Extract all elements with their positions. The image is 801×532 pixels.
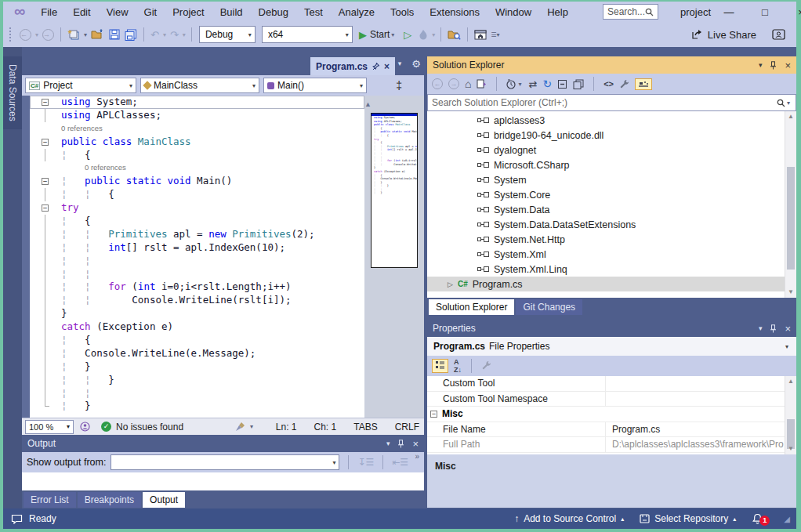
- toolbar-overflow-button[interactable]: ☰▾: [491, 31, 499, 38]
- search-options-dropdown-icon[interactable]: ▾: [787, 100, 790, 107]
- code-text[interactable]: ¦ ¦ for (int i=0;i<rslt.Length;i++): [55, 280, 292, 294]
- start-without-debugging-button[interactable]: ▷: [404, 29, 411, 41]
- tree-item[interactable]: bridge190-64_unicode.dll: [427, 128, 785, 143]
- navigate-backward-dropdown[interactable]: ▾: [35, 31, 38, 38]
- code-line[interactable]: ¦ }: [30, 400, 364, 413]
- output-panel-titlebar[interactable]: Output ▾ ×: [22, 435, 424, 452]
- document-tab-program-cs[interactable]: Program.cs ×: [310, 57, 395, 75]
- tree-item[interactable]: Microsoft.CSharp: [427, 157, 785, 172]
- menu-test[interactable]: Test: [296, 6, 331, 18]
- code-text[interactable]: }: [55, 307, 67, 320]
- tree-item[interactable]: dyalognet: [427, 143, 785, 157]
- menu-window[interactable]: Window: [487, 6, 539, 18]
- toolbar-drag-handle[interactable]: [9, 27, 13, 42]
- panel-tab-error-list[interactable]: Error List: [24, 492, 76, 508]
- property-row[interactable]: Full PathD:\aplclasses\aplclasses3\frame…: [427, 437, 785, 453]
- solution-configuration-select[interactable]: Debug ▾: [199, 26, 256, 43]
- menu-file[interactable]: File: [33, 6, 65, 18]
- minimap[interactable]: using System;using APLClasses;public cla…: [371, 113, 418, 268]
- scroll-up-arrow-icon[interactable]: ▲: [785, 376, 796, 387]
- refresh-button[interactable]: ↻: [542, 78, 552, 90]
- panel-tab-output[interactable]: Output: [143, 492, 185, 508]
- code-line[interactable]: catch (Exception e): [30, 320, 364, 334]
- code-text[interactable]: ¦ {: [55, 215, 91, 228]
- tree-item[interactable]: System: [427, 172, 785, 187]
- scroll-up-arrow-icon[interactable]: ▲: [785, 111, 796, 122]
- navigate-forward-button[interactable]: →: [42, 29, 54, 41]
- preview-selected-items-button[interactable]: [573, 79, 584, 89]
- close-tab-icon[interactable]: ×: [384, 61, 390, 72]
- select-repository-button[interactable]: Select Repository ▴: [640, 513, 736, 524]
- code-line[interactable]: 0 references: [30, 122, 364, 136]
- code-cleanup-button[interactable]: ▾: [235, 422, 255, 432]
- add-to-source-control-button[interactable]: ↑ Add to Source Control ▴: [514, 513, 624, 524]
- code-text[interactable]: ¦ ¦ {: [55, 188, 114, 201]
- solution-explorer-titlebar[interactable]: Solution Explorer ▾ ×: [427, 56, 796, 74]
- properties-titlebar[interactable]: Properties ▾ ×: [427, 320, 796, 337]
- property-value[interactable]: Program.cs: [606, 424, 785, 435]
- outline-margin[interactable]: −: [30, 136, 55, 149]
- collapse-region-icon[interactable]: −: [42, 139, 49, 146]
- close-icon[interactable]: ×: [785, 323, 791, 335]
- column-indicator[interactable]: Ch: 1: [314, 422, 337, 432]
- live-share-session-icon[interactable]: [80, 422, 90, 432]
- output-source-select[interactable]: ▾: [111, 454, 339, 470]
- code-line[interactable]: ¦ {: [30, 215, 364, 228]
- code-line[interactable]: −public class MainClass: [30, 136, 364, 149]
- property-row[interactable]: File NameProgram.cs: [427, 422, 785, 438]
- feedback-person-icon[interactable]: [772, 29, 785, 40]
- menu-analyze[interactable]: Analyze: [331, 6, 382, 18]
- undo-dropdown[interactable]: ▾: [163, 31, 166, 38]
- grid-scrollbar[interactable]: ▲ ▼: [785, 376, 796, 454]
- forward-button[interactable]: →: [448, 78, 459, 89]
- pin-icon[interactable]: [770, 324, 777, 333]
- collapse-region-icon[interactable]: −: [42, 99, 49, 106]
- open-file-button[interactable]: [91, 29, 104, 40]
- tree-item[interactable]: System.Data: [427, 202, 785, 217]
- code-line[interactable]: ¦ ¦: [30, 255, 364, 268]
- code-text[interactable]: catch (Exception e): [55, 320, 173, 334]
- issues-status-label[interactable]: No issues found: [116, 422, 183, 432]
- menu-help[interactable]: Help: [539, 6, 576, 18]
- window-position-dropdown-icon[interactable]: ▾: [386, 440, 390, 447]
- redo-button[interactable]: ↷: [170, 29, 179, 41]
- scroll-up-arrow-icon[interactable]: ▲: [364, 100, 372, 108]
- code-text[interactable]: ¦ }: [55, 360, 91, 374]
- live-share-button[interactable]: Live Share: [708, 29, 756, 41]
- code-line[interactable]: ¦ ¦ int[] rslt = apl.IndexGen(10);: [30, 241, 364, 255]
- goto-message-button[interactable]: ↧☰: [357, 457, 374, 468]
- code-line[interactable]: −¦ public static void Main(): [30, 175, 364, 188]
- tree-item[interactable]: ▷C#Program.cs: [427, 277, 785, 291]
- sync-with-active-document-button[interactable]: ⇄: [528, 78, 537, 90]
- code-text[interactable]: ¦ }: [55, 400, 91, 413]
- menu-edit[interactable]: Edit: [65, 6, 98, 18]
- property-row[interactable]: Custom Tool: [427, 376, 785, 392]
- tree-item[interactable]: System.Xml.Linq: [427, 262, 785, 277]
- code-text[interactable]: using APLClasses;: [55, 109, 161, 122]
- solution-platform-select[interactable]: x64 ▾: [262, 26, 353, 43]
- outline-margin[interactable]: −: [30, 175, 55, 188]
- menu-view[interactable]: View: [99, 6, 136, 18]
- data-sources-tool-tab[interactable]: Data Sources: [3, 56, 22, 129]
- menu-extensions[interactable]: Extensions: [422, 6, 487, 18]
- code-text[interactable]: ¦ ¦: [55, 268, 91, 281]
- code-text[interactable]: try: [55, 201, 79, 215]
- feedback-chat-icon[interactable]: [11, 514, 23, 524]
- code-text[interactable]: public class MainClass: [55, 136, 191, 149]
- tab-list-dropdown-icon[interactable]: ▾: [398, 60, 402, 69]
- editor-options-gear-icon[interactable]: ⚙: [411, 60, 421, 69]
- alphabetical-sort-button[interactable]: AZ↓: [454, 358, 462, 374]
- web-browser-home-button[interactable]: [474, 30, 487, 40]
- hot-reload-button[interactable]: [419, 29, 428, 40]
- new-project-dropdown[interactable]: ▾: [84, 31, 87, 38]
- codelens-references[interactable]: 0 references: [61, 161, 126, 175]
- object-dropdown-icon[interactable]: ▾: [785, 343, 788, 350]
- collapse-all-button[interactable]: [557, 79, 567, 89]
- output-content[interactable]: [22, 472, 424, 490]
- menu-tools[interactable]: Tools: [382, 6, 422, 18]
- solution-explorer-search-input[interactable]: Search Solution Explorer (Ctrl+;) ▾: [427, 94, 796, 111]
- home-button[interactable]: ⌂: [465, 78, 471, 90]
- code-line[interactable]: ¦ ¦ Primitives apl = new Primitives(2);: [30, 228, 364, 241]
- undo-button[interactable]: ↶: [150, 29, 159, 41]
- property-value[interactable]: D:\aplclasses\aplclasses3\framework\Pro: [606, 439, 785, 450]
